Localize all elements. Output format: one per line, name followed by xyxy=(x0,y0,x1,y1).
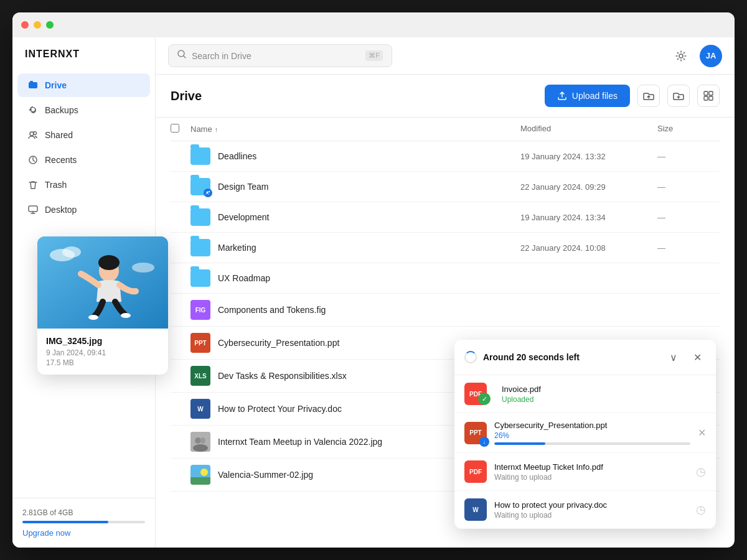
jpg2-file-icon xyxy=(190,465,210,485)
word-upload-icon: W xyxy=(464,498,487,521)
sidebar-item-recents[interactable]: Recents xyxy=(17,148,150,172)
search-icon xyxy=(177,50,187,62)
file-row[interactable]: Design Team 22 January 2024. 09:29 — xyxy=(171,172,720,202)
upgrade-link[interactable]: Upgrade now xyxy=(22,528,145,538)
file-name-cell: UX Roadmap xyxy=(190,269,520,287)
file-name: Deadlines xyxy=(218,151,256,161)
shared-folder-icon xyxy=(190,178,210,195)
fig-file-icon: FIG xyxy=(190,300,210,320)
svg-rect-17 xyxy=(709,91,713,95)
preview-filename: IMG_3245.jpg xyxy=(46,336,159,346)
preview-date: 9 Jan 2024, 09:41 xyxy=(46,348,159,357)
svg-rect-5 xyxy=(29,206,37,212)
svg-point-23 xyxy=(195,437,201,444)
topbar: Search in Drive ⌘F JA xyxy=(156,37,735,75)
desktop-icon xyxy=(27,204,39,215)
file-name: Internxt Team Meetup in Valencia 2022.jp… xyxy=(218,437,382,447)
file-name-cell: Development xyxy=(190,208,520,226)
sidebar-item-shared[interactable]: Shared xyxy=(17,123,150,147)
trash-icon xyxy=(27,179,39,190)
new-folder-button[interactable] xyxy=(667,85,690,107)
upload-folder-button[interactable] xyxy=(637,85,660,107)
file-name: Dev Tasks & Responsibilities.xlsx xyxy=(218,371,347,381)
cancel-upload-button[interactable]: ✕ xyxy=(698,427,706,439)
upload-panel-collapse-button[interactable]: ∨ xyxy=(665,348,682,366)
sidebar-item-drive[interactable]: Drive xyxy=(17,73,150,97)
svg-rect-16 xyxy=(704,91,708,95)
topbar-right: JA xyxy=(670,45,722,67)
folder-icon xyxy=(190,208,210,226)
upload-file-info: How to protect your privacy.doc Waiting … xyxy=(494,500,688,520)
upload-file-name: How to protect your privacy.doc xyxy=(494,500,688,510)
file-date: 22 January 2024. 09:29 xyxy=(520,182,657,192)
sidebar: INTERNXT Drive xyxy=(12,37,156,548)
search-shortcut: ⌘F xyxy=(365,50,383,61)
checkbox-all-cell xyxy=(171,124,190,134)
svg-point-15 xyxy=(679,54,683,58)
upload-file-status: Waiting to upload xyxy=(494,473,688,482)
upload-spinner xyxy=(464,351,477,363)
upload-files-button[interactable]: Upload files xyxy=(545,85,630,107)
file-name-cell: Marketing xyxy=(190,239,520,256)
file-size: — xyxy=(657,213,720,222)
storage-used-label: 2.81GB of 4GB xyxy=(22,508,145,517)
search-box[interactable]: Search in Drive ⌘F xyxy=(168,44,392,67)
file-date: 19 January 2024. 13:32 xyxy=(520,152,657,161)
maximize-dot[interactable] xyxy=(46,21,54,29)
close-dot[interactable] xyxy=(21,21,29,29)
upload-file-name: Cybersecurity_Presentation.ppt xyxy=(494,421,690,430)
sidebar-item-trash[interactable]: Trash xyxy=(17,173,150,197)
preview-image xyxy=(37,236,168,329)
upload-btn-label: Upload files xyxy=(572,91,618,101)
svg-point-20 xyxy=(207,192,209,194)
upload-file-info: Invoice.pdf Uploaded xyxy=(502,385,706,404)
avatar[interactable]: JA xyxy=(700,45,722,67)
svg-point-9 xyxy=(132,263,154,273)
ppt-file-icon: PPT xyxy=(190,333,210,353)
settings-button[interactable] xyxy=(670,45,692,67)
uploaded-check-icon: ✓ xyxy=(478,393,491,405)
drive-header: Drive Upload files xyxy=(156,75,735,118)
upload-panel-title: Around 20 seconds left xyxy=(483,352,659,362)
storage-bar-bg xyxy=(22,521,145,523)
select-all-checkbox[interactable] xyxy=(171,124,179,133)
sidebar-item-backups[interactable]: Backups xyxy=(17,98,150,122)
sidebar-item-label-backups: Backups xyxy=(45,105,78,115)
file-row[interactable]: UX Roadmap xyxy=(171,263,720,294)
recents-icon xyxy=(27,154,39,166)
search-placeholder: Search in Drive xyxy=(192,51,360,61)
file-row[interactable]: FIG Components and Tokens.fig xyxy=(171,294,720,327)
minimize-dot[interactable] xyxy=(34,21,41,29)
svg-point-8 xyxy=(62,246,81,258)
main-content: Search in Drive ⌘F JA Drive xyxy=(156,37,735,548)
sidebar-item-label-trash: Trash xyxy=(45,180,67,190)
folder-icon xyxy=(190,269,210,287)
word-file-icon: W xyxy=(190,399,210,419)
upload-panel: Around 20 seconds left ∨ ✕ PDF ✓ Invoice… xyxy=(454,340,716,529)
storage-bar-fill xyxy=(22,521,108,523)
file-name: Development xyxy=(218,212,270,222)
backups-icon xyxy=(27,105,39,116)
upload-panel-close-button[interactable]: ✕ xyxy=(688,348,706,366)
upload-item: PPT ↓ Cybersecurity_Presentation.ppt 26%… xyxy=(454,413,716,453)
svg-rect-19 xyxy=(709,96,713,100)
upload-file-status: Waiting to upload xyxy=(494,511,688,520)
file-size: — xyxy=(657,182,720,192)
upload-file-info: Cybersecurity_Presentation.ppt 26% xyxy=(494,421,690,445)
svg-point-3 xyxy=(34,132,37,135)
preview-info: IMG_3245.jpg 9 Jan 2024, 09:41 17.5 MB xyxy=(37,329,168,375)
svg-rect-18 xyxy=(704,96,708,100)
file-row[interactable]: Deadlines 19 January 2024. 13:32 — xyxy=(171,141,720,172)
sidebar-item-desktop[interactable]: Desktop xyxy=(17,198,150,222)
svg-point-25 xyxy=(193,444,208,452)
file-row[interactable]: Marketing 22 January 2024. 10:08 — xyxy=(171,233,720,263)
grid-view-button[interactable] xyxy=(697,85,720,107)
upload-item: PDF Internxt Meetup Ticket Info.pdf Wait… xyxy=(454,453,716,491)
file-row[interactable]: Development 19 January 2024. 13:34 — xyxy=(171,202,720,233)
drive-title: Drive xyxy=(171,89,537,103)
upload-file-status: Uploaded xyxy=(502,395,706,404)
sidebar-item-label-recents: Recents xyxy=(45,155,77,165)
sort-arrow-icon: ↑ xyxy=(215,126,218,133)
sidebar-bottom: 2.81GB of 4GB Upgrade now xyxy=(12,498,155,548)
drive-icon xyxy=(27,80,39,91)
